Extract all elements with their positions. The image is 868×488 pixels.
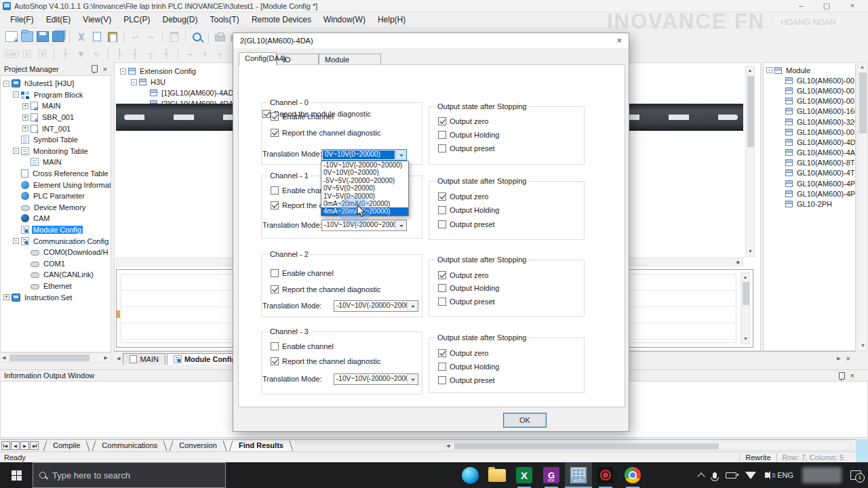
taskbar-app-edge[interactable] bbox=[456, 462, 484, 488]
scroll-down-icon[interactable]: ▼ bbox=[748, 247, 753, 256]
nav-prev-button[interactable]: ◀ bbox=[11, 441, 20, 450]
report-channel-diagnostic-checkbox[interactable] bbox=[271, 285, 279, 293]
output-zero-checkbox[interactable] bbox=[438, 349, 446, 357]
tree-item[interactable]: Module Config bbox=[1, 224, 111, 236]
branch-insert-button[interactable]: ┬ bbox=[143, 47, 159, 61]
tree-item[interactable]: -h3utest1 [H3U] bbox=[1, 78, 111, 89]
line-up-button[interactable]: ↑ bbox=[197, 47, 213, 61]
tree-item[interactable]: [1]GL10(AM600)-4AD bbox=[117, 87, 235, 98]
tabs-scroll-right-icon[interactable]: ▶ bbox=[837, 354, 840, 363]
tree-item[interactable]: GL10(AM600)-4PM bbox=[764, 188, 855, 199]
contact-button[interactable]: ┼ bbox=[58, 47, 73, 61]
sfc-step-2-button[interactable]: S bbox=[35, 47, 50, 61]
close-panel-icon[interactable]: × bbox=[850, 371, 854, 380]
coil-open-button[interactable]: ▽ bbox=[89, 47, 104, 61]
expand-toggle-icon[interactable]: - bbox=[13, 148, 19, 154]
wifi-icon[interactable] bbox=[745, 472, 756, 479]
scroll-thumb[interactable] bbox=[743, 282, 749, 305]
tray-chevron-up-icon[interactable] bbox=[697, 472, 705, 480]
tree-item[interactable]: COM1 bbox=[1, 258, 111, 270]
tree-item[interactable]: -Module bbox=[764, 65, 855, 75]
dropdown-button[interactable] bbox=[407, 301, 418, 311]
cut-button[interactable] bbox=[73, 30, 89, 44]
pin-icon[interactable] bbox=[92, 65, 98, 73]
close-button[interactable]: × bbox=[840, 0, 865, 12]
translation-mode-select[interactable]: -10V~10V(-20000~20000) bbox=[334, 373, 418, 385]
rung-delete-button[interactable]: ┤ bbox=[127, 47, 143, 61]
enable-channel-checkbox[interactable] bbox=[271, 113, 279, 121]
tree-item[interactable]: GL10(AM600)-4DA bbox=[764, 137, 855, 147]
nav-next-button[interactable]: ▶ bbox=[20, 441, 29, 450]
scroll-left-icon[interactable]: ◀ bbox=[446, 442, 450, 450]
enable-channel-checkbox[interactable] bbox=[271, 186, 279, 195]
nav-first-button[interactable]: ◀ bbox=[1, 441, 10, 450]
expand-toggle-icon[interactable]: + bbox=[22, 125, 28, 131]
tree-item[interactable]: Symbol Table bbox=[1, 134, 111, 146]
print-preview-button[interactable] bbox=[212, 30, 228, 44]
battery-icon[interactable] bbox=[726, 472, 736, 479]
tree-item[interactable]: Cross Reference Table bbox=[1, 168, 111, 180]
scroll-right-icon[interactable]: ▶ bbox=[737, 258, 741, 266]
tree-item[interactable]: GL10(AM600)-0016ER bbox=[764, 96, 855, 106]
expand-toggle-icon[interactable]: + bbox=[22, 115, 28, 121]
taskbar-app-chrome[interactable] bbox=[619, 462, 646, 488]
line-right-button[interactable]: → bbox=[182, 47, 197, 61]
line-corner-top-button[interactable]: ┐ bbox=[213, 47, 229, 61]
tree-item[interactable]: +SBR_001 bbox=[1, 112, 111, 123]
save-button[interactable] bbox=[35, 30, 50, 44]
tree-item[interactable]: GL10(AM600)-0032ETN bbox=[764, 127, 855, 137]
module-panel-vscrollbar[interactable]: ▲ ▼ bbox=[857, 62, 867, 351]
clock-blurred[interactable] bbox=[802, 467, 842, 483]
output-preset-checkbox[interactable] bbox=[438, 376, 446, 384]
menu-window-w-[interactable]: Window(W) bbox=[317, 13, 372, 26]
menu-help-h-[interactable]: Help(H) bbox=[372, 13, 412, 26]
tree-item[interactable]: GL10(AM600)-4TC bbox=[764, 168, 855, 178]
find-button[interactable] bbox=[189, 30, 205, 44]
taskbar-app-autoshop[interactable] bbox=[565, 462, 592, 488]
expand-toggle-icon[interactable]: - bbox=[13, 92, 19, 98]
coil-button[interactable]: ▼ bbox=[73, 47, 89, 61]
report-channel-diagnostic-checkbox[interactable] bbox=[271, 201, 279, 209]
tree-item[interactable]: GL10(AM600)-3200END bbox=[764, 117, 855, 127]
menu-edit-e-[interactable]: Edit(E) bbox=[40, 13, 77, 26]
output-zero-checkbox[interactable] bbox=[438, 271, 446, 279]
paste-button[interactable] bbox=[104, 30, 120, 44]
expand-toggle-icon[interactable]: - bbox=[766, 67, 772, 73]
dropdown-option[interactable]: 0V~5V(0~20000) bbox=[321, 184, 408, 192]
open-button[interactable] bbox=[19, 30, 35, 44]
new-file-button[interactable] bbox=[3, 30, 19, 44]
output-tab-conversion[interactable]: Conversion bbox=[168, 441, 228, 451]
tree-item[interactable]: -Monitoring Table bbox=[1, 146, 111, 157]
dropdown-option[interactable]: 0V~10V(0~20000) bbox=[321, 169, 408, 176]
redo-button[interactable]: ↪ bbox=[143, 30, 159, 44]
output-tab-compile[interactable]: Compile bbox=[42, 441, 91, 451]
tabs-scroll-left-icon[interactable]: ◀ bbox=[117, 354, 120, 363]
tree-item[interactable]: +MAIN bbox=[1, 100, 111, 112]
tree-item[interactable]: COM0(Download/H bbox=[1, 247, 111, 258]
taskbar-app-excel[interactable]: X bbox=[511, 462, 538, 488]
language-indicator[interactable]: ENG bbox=[777, 471, 793, 479]
scroll-up-icon[interactable]: ▲ bbox=[858, 63, 867, 71]
dropdown-option[interactable]: 4mA~20mA(0~20000) bbox=[321, 207, 408, 215]
scroll-thumb[interactable] bbox=[454, 443, 719, 449]
tree-item[interactable]: +INT_001 bbox=[1, 123, 111, 134]
ok-button[interactable]: OK bbox=[503, 413, 547, 428]
microphone-icon[interactable] bbox=[713, 472, 717, 479]
output-hscrollbar[interactable]: ◀ bbox=[444, 441, 851, 450]
document-vscrollbar[interactable]: ▲ ▼ bbox=[745, 66, 755, 257]
scroll-down-icon[interactable]: ▼ bbox=[861, 342, 865, 350]
output-holding-checkbox[interactable] bbox=[438, 363, 446, 371]
expand-toggle-icon[interactable]: + bbox=[22, 103, 28, 109]
scroll-up-icon[interactable]: ▲ bbox=[741, 273, 749, 281]
scroll-thumb[interactable] bbox=[747, 76, 754, 147]
tree-item[interactable]: CAM bbox=[1, 213, 111, 224]
maximize-button[interactable]: ▢ bbox=[814, 0, 840, 12]
tree-item[interactable]: MAIN bbox=[1, 157, 111, 168]
taskbar-app-file-explorer[interactable] bbox=[484, 462, 511, 488]
dropdown-option[interactable]: -10V~10V(-20000~20000) bbox=[321, 161, 408, 169]
tree-item[interactable]: Ethernet bbox=[1, 281, 111, 292]
output-preset-checkbox[interactable] bbox=[438, 220, 446, 228]
branch-cross-button[interactable]: ┼ bbox=[159, 47, 174, 61]
output-preset-checkbox[interactable] bbox=[438, 298, 446, 306]
tree-item[interactable]: -H3U bbox=[117, 77, 235, 87]
